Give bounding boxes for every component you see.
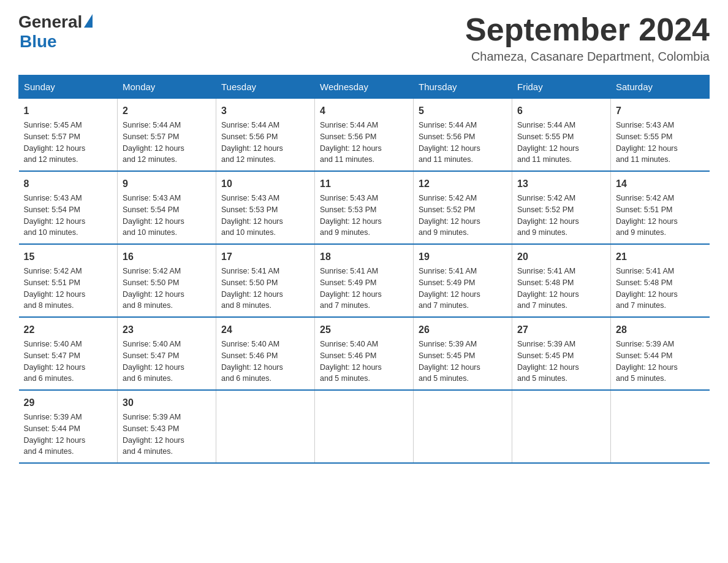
day-info: Sunrise: 5:43 AMSunset: 5:55 PMDaylight:…	[616, 121, 678, 164]
calendar-cell: 3Sunrise: 5:44 AMSunset: 5:56 PMDaylight…	[216, 99, 315, 172]
calendar-cell: 9Sunrise: 5:43 AMSunset: 5:54 PMDaylight…	[118, 171, 216, 244]
calendar-cell	[414, 390, 512, 463]
day-number: 17	[221, 250, 309, 264]
calendar-cell: 26Sunrise: 5:39 AMSunset: 5:45 PMDayligh…	[414, 317, 512, 390]
day-number: 9	[123, 177, 211, 191]
day-info: Sunrise: 5:40 AMSunset: 5:46 PMDaylight:…	[221, 340, 283, 383]
header-saturday: Saturday	[611, 75, 710, 99]
day-info: Sunrise: 5:40 AMSunset: 5:47 PMDaylight:…	[123, 340, 184, 383]
day-number: 27	[517, 323, 605, 337]
logo-blue-text: Blue	[20, 32, 57, 52]
day-number: 7	[616, 104, 705, 118]
day-info: Sunrise: 5:44 AMSunset: 5:56 PMDaylight:…	[419, 121, 480, 164]
calendar-cell: 1Sunrise: 5:45 AMSunset: 5:57 PMDaylight…	[19, 99, 118, 172]
calendar-cell: 7Sunrise: 5:43 AMSunset: 5:55 PMDaylight…	[611, 99, 710, 172]
day-number: 28	[616, 323, 705, 337]
calendar-cell: 30Sunrise: 5:39 AMSunset: 5:43 PMDayligh…	[118, 390, 216, 463]
calendar-body: 1Sunrise: 5:45 AMSunset: 5:57 PMDaylight…	[19, 99, 710, 464]
day-number: 13	[517, 177, 605, 191]
day-info: Sunrise: 5:40 AMSunset: 5:46 PMDaylight:…	[320, 340, 382, 383]
day-number: 15	[24, 250, 113, 264]
calendar-cell: 27Sunrise: 5:39 AMSunset: 5:45 PMDayligh…	[512, 317, 611, 390]
day-info: Sunrise: 5:43 AMSunset: 5:53 PMDaylight:…	[320, 194, 382, 237]
calendar-cell: 23Sunrise: 5:40 AMSunset: 5:47 PMDayligh…	[118, 317, 216, 390]
calendar-cell: 16Sunrise: 5:42 AMSunset: 5:50 PMDayligh…	[118, 244, 216, 317]
day-number: 20	[517, 250, 605, 264]
day-number: 12	[419, 177, 507, 191]
header-sunday: Sunday	[19, 75, 118, 99]
day-info: Sunrise: 5:42 AMSunset: 5:50 PMDaylight:…	[123, 267, 184, 310]
page-header: General Blue September 2024 Chameza, Cas…	[18, 12, 710, 64]
day-info: Sunrise: 5:39 AMSunset: 5:44 PMDaylight:…	[24, 413, 86, 456]
day-info: Sunrise: 5:42 AMSunset: 5:51 PMDaylight:…	[24, 267, 86, 310]
day-info: Sunrise: 5:45 AMSunset: 5:57 PMDaylight:…	[24, 121, 86, 164]
week-row-2: 8Sunrise: 5:43 AMSunset: 5:54 PMDaylight…	[19, 171, 710, 244]
calendar-cell: 29Sunrise: 5:39 AMSunset: 5:44 PMDayligh…	[19, 390, 118, 463]
calendar-cell: 10Sunrise: 5:43 AMSunset: 5:53 PMDayligh…	[216, 171, 315, 244]
calendar-cell: 8Sunrise: 5:43 AMSunset: 5:54 PMDaylight…	[19, 171, 118, 244]
calendar-cell: 15Sunrise: 5:42 AMSunset: 5:51 PMDayligh…	[19, 244, 118, 317]
logo: General Blue	[18, 12, 93, 52]
day-info: Sunrise: 5:42 AMSunset: 5:52 PMDaylight:…	[517, 194, 579, 237]
day-info: Sunrise: 5:41 AMSunset: 5:50 PMDaylight:…	[221, 267, 283, 310]
location-subtitle: Chameza, Casanare Department, Colombia	[465, 50, 710, 64]
day-number: 5	[419, 104, 507, 118]
calendar-cell	[611, 390, 710, 463]
calendar-table: SundayMondayTuesdayWednesdayThursdayFrid…	[18, 75, 710, 464]
day-info: Sunrise: 5:39 AMSunset: 5:45 PMDaylight:…	[517, 340, 579, 383]
header-thursday: Thursday	[414, 75, 512, 99]
calendar-cell: 6Sunrise: 5:44 AMSunset: 5:55 PMDaylight…	[512, 99, 611, 172]
calendar-cell: 22Sunrise: 5:40 AMSunset: 5:47 PMDayligh…	[19, 317, 118, 390]
calendar-cell: 18Sunrise: 5:41 AMSunset: 5:49 PMDayligh…	[315, 244, 414, 317]
day-info: Sunrise: 5:44 AMSunset: 5:57 PMDaylight:…	[123, 121, 184, 164]
day-info: Sunrise: 5:39 AMSunset: 5:45 PMDaylight:…	[419, 340, 480, 383]
calendar-cell: 11Sunrise: 5:43 AMSunset: 5:53 PMDayligh…	[315, 171, 414, 244]
day-info: Sunrise: 5:41 AMSunset: 5:48 PMDaylight:…	[517, 267, 579, 310]
day-number: 19	[419, 250, 507, 264]
title-block: September 2024 Chameza, Casanare Departm…	[465, 12, 710, 64]
calendar-cell: 21Sunrise: 5:41 AMSunset: 5:48 PMDayligh…	[611, 244, 710, 317]
calendar-cell: 20Sunrise: 5:41 AMSunset: 5:48 PMDayligh…	[512, 244, 611, 317]
day-number: 3	[221, 104, 309, 118]
header-tuesday: Tuesday	[216, 75, 315, 99]
day-number: 14	[616, 177, 705, 191]
calendar-cell: 4Sunrise: 5:44 AMSunset: 5:56 PMDaylight…	[315, 99, 414, 172]
calendar-cell: 5Sunrise: 5:44 AMSunset: 5:56 PMDaylight…	[414, 99, 512, 172]
day-number: 23	[123, 323, 211, 337]
day-info: Sunrise: 5:42 AMSunset: 5:51 PMDaylight:…	[616, 194, 678, 237]
calendar-cell: 13Sunrise: 5:42 AMSunset: 5:52 PMDayligh…	[512, 171, 611, 244]
header-friday: Friday	[512, 75, 611, 99]
day-number: 21	[616, 250, 705, 264]
day-number: 8	[24, 177, 113, 191]
day-info: Sunrise: 5:44 AMSunset: 5:56 PMDaylight:…	[320, 121, 382, 164]
day-info: Sunrise: 5:43 AMSunset: 5:53 PMDaylight:…	[221, 194, 283, 237]
day-number: 6	[517, 104, 605, 118]
day-number: 11	[320, 177, 408, 191]
calendar-cell: 25Sunrise: 5:40 AMSunset: 5:46 PMDayligh…	[315, 317, 414, 390]
month-title: September 2024	[465, 12, 710, 47]
calendar-cell: 2Sunrise: 5:44 AMSunset: 5:57 PMDaylight…	[118, 99, 216, 172]
day-info: Sunrise: 5:41 AMSunset: 5:49 PMDaylight:…	[419, 267, 480, 310]
day-info: Sunrise: 5:44 AMSunset: 5:55 PMDaylight:…	[517, 121, 579, 164]
calendar-header: SundayMondayTuesdayWednesdayThursdayFrid…	[19, 75, 710, 99]
day-number: 4	[320, 104, 408, 118]
day-number: 30	[123, 396, 211, 410]
day-info: Sunrise: 5:40 AMSunset: 5:47 PMDaylight:…	[24, 340, 86, 383]
day-info: Sunrise: 5:39 AMSunset: 5:43 PMDaylight:…	[123, 413, 184, 456]
week-row-3: 15Sunrise: 5:42 AMSunset: 5:51 PMDayligh…	[19, 244, 710, 317]
calendar-cell: 12Sunrise: 5:42 AMSunset: 5:52 PMDayligh…	[414, 171, 512, 244]
calendar-cell	[512, 390, 611, 463]
calendar-cell: 17Sunrise: 5:41 AMSunset: 5:50 PMDayligh…	[216, 244, 315, 317]
week-row-1: 1Sunrise: 5:45 AMSunset: 5:57 PMDaylight…	[19, 99, 710, 172]
calendar-cell: 19Sunrise: 5:41 AMSunset: 5:49 PMDayligh…	[414, 244, 512, 317]
day-info: Sunrise: 5:42 AMSunset: 5:52 PMDaylight:…	[419, 194, 480, 237]
day-number: 24	[221, 323, 309, 337]
day-number: 16	[123, 250, 211, 264]
day-number: 25	[320, 323, 408, 337]
calendar-cell: 24Sunrise: 5:40 AMSunset: 5:46 PMDayligh…	[216, 317, 315, 390]
calendar-cell	[216, 390, 315, 463]
day-info: Sunrise: 5:39 AMSunset: 5:44 PMDaylight:…	[616, 340, 678, 383]
header-wednesday: Wednesday	[315, 75, 414, 99]
day-info: Sunrise: 5:41 AMSunset: 5:49 PMDaylight:…	[320, 267, 382, 310]
day-number: 1	[24, 104, 113, 118]
